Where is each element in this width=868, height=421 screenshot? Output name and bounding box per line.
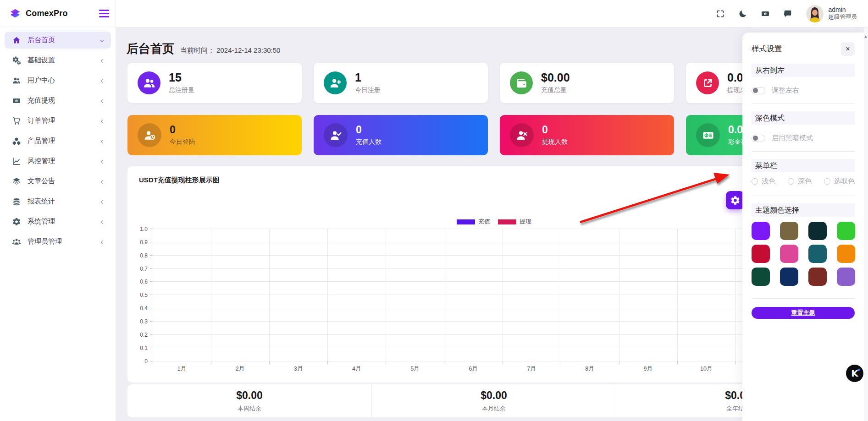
coins-icon — [12, 197, 21, 206]
cart-icon — [12, 116, 21, 126]
x-axis-label: 3月 — [285, 365, 312, 373]
boxes-icon — [12, 137, 21, 146]
chevron-left-icon — [99, 198, 105, 204]
radio-option[interactable]: 选取色 — [824, 177, 855, 186]
chart-title: USDT充值提现柱形展示图 — [139, 176, 220, 185]
sidebar-item-4[interactable]: 充值提现 — [5, 92, 111, 109]
x-axis-label: 8月 — [576, 365, 603, 373]
sidebar-item-label: 后台首页 — [28, 36, 55, 44]
toggle-switch[interactable] — [752, 135, 765, 142]
toggle-switch[interactable] — [752, 87, 765, 94]
toggle-label: 调整左右 — [772, 86, 799, 95]
avatar[interactable] — [806, 5, 824, 22]
stat-value: 1 — [355, 71, 381, 83]
radio-option[interactable]: 浅色 — [752, 177, 775, 186]
stat-label: 充值总量 — [541, 86, 570, 94]
section-header: 菜单栏 — [752, 159, 855, 172]
sidebar-item-11[interactable]: 管理员管理 — [5, 233, 111, 250]
theme-color-swatch-8[interactable] — [837, 245, 855, 263]
theme-color-swatch-10[interactable] — [780, 268, 798, 286]
style-settings-panel: 样式设置 × 从右到左调整左右深色模式启用黑暗模式菜单栏浅色深色选取色主题颜色选… — [742, 33, 864, 421]
panel-title: 样式设置 — [752, 44, 782, 54]
stat-label: 今日登陆 — [170, 138, 195, 146]
y-axis-label: 1.0 — [132, 226, 148, 232]
radio-option[interactable]: 深色 — [788, 177, 812, 186]
user-name: admin — [829, 6, 857, 14]
sidebar-item-6[interactable]: 产品管理 — [5, 132, 111, 149]
y-axis-label: 0.4 — [132, 305, 148, 312]
theme-color-swatch-6[interactable] — [780, 245, 798, 263]
theme-color-swatch-1[interactable] — [752, 222, 770, 240]
sidebar-item-label: 产品管理 — [28, 137, 55, 145]
radio-circle[interactable] — [752, 178, 758, 185]
sidebar: ComexPro 后台首页基础设置用户中心充值提现订单管理产品管理风控管理文章公… — [0, 0, 116, 421]
summary-value: $0.00 — [236, 389, 263, 402]
sidebar-item-3[interactable]: 用户中心 — [5, 72, 111, 89]
banknote-icon[interactable] — [761, 9, 770, 18]
y-axis-label: 0.5 — [132, 292, 148, 298]
menu-toggle-icon[interactable] — [99, 10, 109, 17]
page-title-row: 后台首页 当前时间： 2024-12-14 23:30:50 — [127, 41, 280, 57]
sidebar-item-1[interactable]: 后台首页 — [5, 32, 111, 49]
gradient-card-3: 0提现人数 — [500, 115, 674, 155]
chat-icon[interactable] — [783, 9, 792, 18]
summary-col-2: $0.00本月结余 — [371, 384, 616, 417]
chevron-left-icon — [99, 77, 105, 83]
chevron-left-icon — [99, 158, 105, 164]
legend-label: 提现 — [520, 218, 531, 226]
legend-item[interactable]: 提现 — [498, 218, 531, 226]
reset-theme-button[interactable]: 重置主题 — [752, 307, 855, 319]
theme-color-swatch-9[interactable] — [752, 268, 770, 286]
y-axis-label: 0.9 — [132, 239, 148, 246]
wallet-icon — [510, 71, 533, 94]
legend-item[interactable]: 充值 — [457, 218, 490, 226]
theme-color-swatch-4[interactable] — [837, 222, 855, 240]
sidebar-item-9[interactable]: 报表统计 — [5, 193, 111, 210]
sidebar-item-2[interactable]: 基础设置 — [5, 52, 111, 69]
layers-icon — [12, 177, 21, 186]
legend-swatch — [457, 219, 475, 224]
chart-legend: 充值提现 — [457, 218, 531, 226]
scroll-up-arrow[interactable] — [864, 35, 867, 38]
theme-color-swatch-12[interactable] — [837, 268, 855, 286]
sidebar-item-8[interactable]: 文章公告 — [5, 173, 111, 190]
moon-icon[interactable] — [738, 9, 747, 18]
stat-label: 总注册量 — [169, 86, 194, 94]
x-axis-label: 2月 — [227, 365, 254, 373]
theme-color-swatch-5[interactable] — [752, 245, 770, 263]
brand-badge-button[interactable]: K — [846, 365, 863, 382]
chevron-left-icon — [99, 239, 105, 245]
scrollbar[interactable] — [864, 27, 868, 421]
stat-value: 0 — [542, 124, 568, 135]
settings-gear-button[interactable] — [726, 191, 744, 209]
sidebar-item-5[interactable]: 订单管理 — [5, 112, 111, 129]
user-x-icon — [510, 123, 534, 147]
user-plus-icon — [324, 71, 347, 94]
admins-icon — [12, 237, 21, 246]
sidebar-item-10[interactable]: 系统管理 — [5, 213, 111, 230]
y-axis-label: 0.8 — [132, 252, 148, 259]
y-axis-label: 0 — [132, 358, 148, 365]
user-check-icon — [324, 123, 348, 147]
stat-value: 0 — [356, 124, 381, 135]
panel-header: 样式设置 × — [752, 42, 855, 56]
fullscreen-icon[interactable] — [716, 9, 725, 18]
sidebar-item-7[interactable]: 风控管理 — [5, 153, 111, 169]
radio-circle[interactable] — [824, 178, 830, 185]
x-axis-label: 9月 — [634, 365, 662, 373]
user-info[interactable]: admin 超级管理员 — [829, 6, 857, 21]
theme-color-swatch-7[interactable] — [808, 245, 827, 263]
close-icon[interactable]: × — [841, 42, 855, 56]
y-axis-label: 0.3 — [132, 318, 148, 325]
users-icon — [12, 76, 21, 85]
theme-color-swatch-11[interactable] — [808, 268, 827, 286]
summary-label: 本周结余 — [238, 405, 261, 413]
theme-color-swatch-3[interactable] — [808, 222, 827, 240]
radio-circle[interactable] — [788, 178, 794, 185]
chevron-down-icon — [99, 37, 105, 43]
stat-card-1: 15总注册量 — [127, 63, 302, 103]
theme-color-swatch-2[interactable] — [780, 222, 798, 240]
chevron-left-icon — [99, 98, 105, 104]
y-axis-label: 0.1 — [132, 345, 148, 351]
gradient-card-1: 0今日登陆 — [127, 115, 302, 155]
